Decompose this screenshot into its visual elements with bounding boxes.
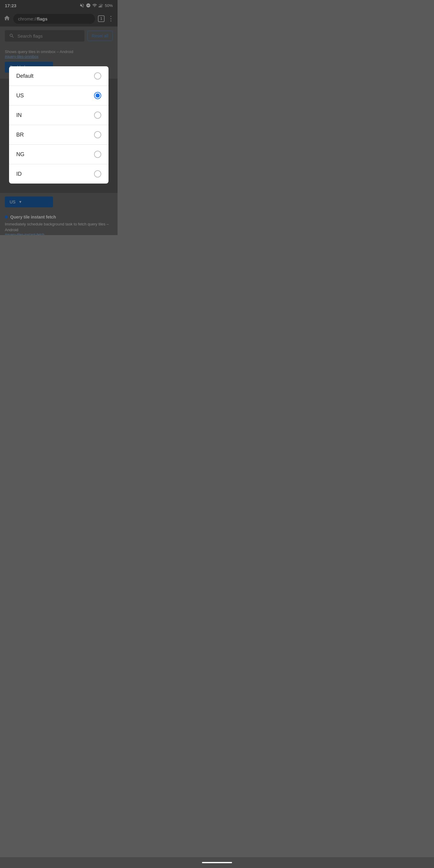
option-ng-label: NG — [16, 151, 24, 158]
option-br-label: BR — [16, 132, 24, 138]
option-default[interactable]: Default — [9, 66, 108, 86]
option-us-label: US — [16, 93, 24, 99]
option-us[interactable]: US — [9, 86, 108, 105]
option-dialog: Default US IN BR NG ID — [9, 66, 108, 184]
option-in-label: IN — [16, 112, 22, 119]
option-ng[interactable]: NG — [9, 145, 108, 164]
option-default-radio[interactable] — [94, 72, 101, 80]
option-default-label: Default — [16, 73, 33, 79]
option-id-label: ID — [16, 171, 22, 177]
option-ng-radio[interactable] — [94, 151, 101, 158]
option-id[interactable]: ID — [9, 164, 108, 184]
option-in[interactable]: IN — [9, 105, 108, 125]
option-us-radio[interactable] — [94, 92, 101, 99]
option-br[interactable]: BR — [9, 125, 108, 145]
option-br-radio[interactable] — [94, 131, 101, 138]
option-id-radio[interactable] — [94, 170, 101, 178]
option-in-radio[interactable] — [94, 112, 101, 119]
